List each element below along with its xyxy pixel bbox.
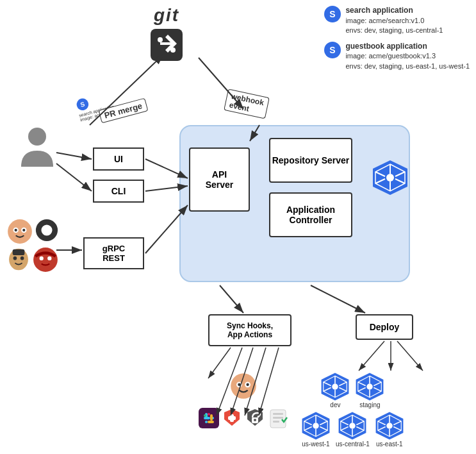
- search-app-image: image: acme/search:v1.0: [345, 16, 443, 26]
- repo-server-box: Repository Server: [269, 138, 352, 183]
- svg-point-8: [8, 219, 32, 244]
- diagram: git S search application image: acme/sea…: [0, 0, 476, 454]
- api-server-box: APIServer: [189, 147, 250, 212]
- svg-rect-49: [228, 416, 236, 420]
- svg-point-17: [21, 256, 24, 260]
- svg-point-77: [313, 423, 319, 429]
- search-app-text: search application image: acme/search:v1…: [345, 5, 443, 36]
- person-icon: [18, 125, 56, 170]
- svg-rect-55: [273, 417, 283, 419]
- svg-line-119: [359, 341, 384, 371]
- deploy-box: Deploy: [356, 314, 413, 340]
- search-app-envs: envs: dev, staging, us-central-1: [345, 26, 443, 35]
- guestbook-app-icon: S: [324, 41, 341, 59]
- svg-text:S: S: [330, 9, 336, 19]
- guestbook-app-image: image: acme/guestbook:v1.3: [345, 51, 470, 61]
- k8s-bottom-row: us-west-1 us-central-1: [301, 411, 404, 448]
- svg-point-1: [158, 37, 163, 42]
- svg-rect-40: [205, 421, 208, 423]
- svg-rect-54: [273, 413, 283, 415]
- k8s-us-central: us-central-1: [336, 411, 370, 448]
- k8s-dev: dev: [320, 372, 350, 408]
- app-info-container: S search application image: acme/search:…: [324, 5, 470, 71]
- svg-point-19: [33, 248, 58, 272]
- helmet-icon: [32, 246, 59, 273]
- k8s-staging-label: staging: [359, 401, 380, 408]
- shield-medical-icon: [222, 408, 242, 428]
- git-text: git: [147, 5, 186, 26]
- checklist-icon: [268, 408, 288, 428]
- k8s-us-east: us-east-1: [375, 411, 404, 448]
- svg-point-12: [22, 229, 25, 231]
- svg-point-95: [386, 423, 393, 429]
- app-controller-box: Application Controller: [269, 192, 352, 237]
- ui-box: UI: [93, 147, 144, 171]
- svg-text:S: S: [330, 45, 336, 55]
- app-controller-label: Application Controller: [270, 205, 351, 225]
- guestbook-app-text: guestbook application image: acme/guestb…: [345, 41, 470, 72]
- user-figure: [18, 125, 56, 172]
- k8s-dev-label: dev: [330, 401, 340, 408]
- sync-hooks-label: Sync Hooks,App Actions: [227, 321, 273, 339]
- plugin-figures: [6, 218, 70, 273]
- svg-point-14: [41, 224, 52, 235]
- guestbook-app-envs: envs: dev, staging, us-east-1, us-west-1: [345, 62, 470, 71]
- svg-line-112: [220, 285, 243, 313]
- svg-rect-18: [13, 249, 25, 255]
- sync-hooks-box: Sync Hooks,App Actions: [208, 314, 291, 346]
- svg-point-21: [47, 256, 51, 260]
- svg-rect-45: [204, 414, 206, 417]
- k8s-us-central-label: us-central-1: [336, 441, 370, 448]
- svg-point-86: [350, 423, 356, 429]
- svg-point-68: [367, 383, 373, 390]
- k8s-us-west-label: us-west-1: [302, 441, 329, 448]
- svg-point-2: [170, 47, 176, 53]
- k8s-us-east-label: us-east-1: [376, 441, 403, 448]
- svg-rect-44: [208, 421, 214, 423]
- jenkins-icon: [6, 246, 31, 273]
- svg-line-104: [56, 164, 92, 191]
- svg-rect-56: [273, 421, 279, 423]
- search-app-info: S search application image: acme/search:…: [324, 5, 470, 36]
- lock-icon: [245, 408, 265, 428]
- svg-point-11: [15, 229, 17, 231]
- svg-rect-43: [210, 414, 213, 421]
- grpc-rest-label: gRPCREST: [103, 244, 125, 263]
- k8s-staging: staging: [355, 372, 384, 408]
- bottom-plugin-figure: [199, 372, 288, 428]
- k8s-us-west: us-west-1: [301, 411, 331, 448]
- cli-box: CLI: [93, 180, 144, 203]
- svg-point-52: [254, 419, 256, 421]
- k8s-top-row: dev staging: [301, 372, 404, 408]
- k8s-bottom-grid: dev staging: [301, 372, 404, 448]
- svg-point-37: [246, 383, 249, 386]
- argo-bot-bottom: [229, 372, 258, 400]
- svg-rect-46: [208, 413, 210, 416]
- svg-point-26: [386, 174, 394, 181]
- search-app-name: search application: [345, 5, 443, 16]
- svg-point-33: [231, 373, 256, 399]
- git-icon: [147, 26, 186, 64]
- svg-point-7: [28, 128, 46, 146]
- svg-rect-41: [204, 417, 210, 419]
- repo-server-label: Repository Server: [272, 155, 350, 165]
- svg-point-16: [13, 256, 17, 260]
- grpc-rest-box: gRPCREST: [83, 237, 144, 269]
- svg-line-121: [397, 341, 423, 371]
- search-app-icon: S: [324, 5, 341, 23]
- k8s-icon-main: [372, 159, 409, 199]
- api-server-label: APIServer: [206, 169, 234, 190]
- circle-icon: [35, 218, 59, 242]
- argo-icon-1: [6, 218, 33, 245]
- guestbook-app-info: S guestbook application image: acme/gues…: [324, 41, 470, 72]
- slack-icon: [199, 408, 219, 428]
- svg-point-20: [40, 256, 44, 260]
- git-logo: git: [147, 5, 186, 67]
- svg-point-59: [332, 383, 339, 390]
- svg-line-113: [311, 285, 365, 313]
- webhook-event-label: webhookevent: [224, 89, 270, 119]
- svg-line-103: [56, 153, 92, 159]
- svg-point-36: [238, 383, 240, 386]
- guestbook-app-name: guestbook application: [345, 41, 470, 52]
